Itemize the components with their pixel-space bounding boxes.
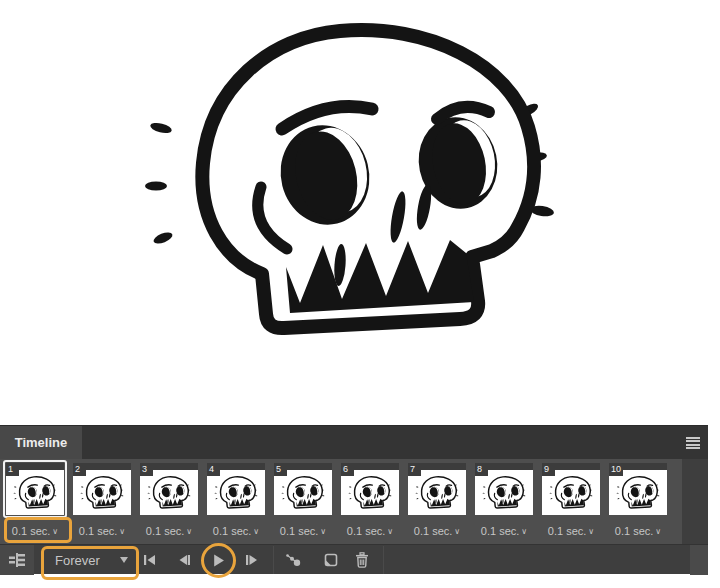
frame-number: 2: [73, 463, 86, 476]
frame-duration-selector[interactable]: 0.1 sec. ∨: [3, 518, 67, 544]
chevron-down-icon: ∨: [655, 527, 661, 536]
chevron-down-icon: ∨: [320, 527, 326, 536]
chevron-down-icon: ∨: [454, 527, 460, 536]
frame-duration-label: 0.1 sec.: [347, 525, 386, 537]
skull-thumbnail-icon: [348, 475, 392, 510]
frame-duration-label: 0.1 sec.: [615, 525, 654, 537]
frame-duration-selector[interactable]: 0.1 sec. ∨: [338, 518, 402, 544]
timeline-panel: Timeline 1 0.1 sec. ∨ 2 0.1: [0, 425, 708, 573]
frame-thumbnail[interactable]: 2: [70, 460, 134, 518]
frame-thumbnail[interactable]: 10: [606, 460, 670, 518]
duplicate-frame-icon[interactable]: [315, 545, 345, 575]
frame-number: 7: [408, 463, 421, 476]
frame-number: 6: [341, 463, 354, 476]
chevron-down-icon: ∨: [588, 527, 594, 536]
frame-thumbnail[interactable]: 4: [204, 460, 268, 518]
frame-thumbnail[interactable]: 5: [271, 460, 335, 518]
play-button[interactable]: [203, 545, 233, 575]
chevron-down-icon: ∨: [52, 527, 58, 536]
first-frame-button[interactable]: [135, 545, 165, 575]
frame-duration-label: 0.1 sec.: [213, 525, 252, 537]
previous-frame-button[interactable]: [169, 545, 199, 575]
skull-thumbnail-icon: [13, 475, 57, 510]
loop-value: Forever: [55, 553, 100, 568]
frame-thumbnail[interactable]: 7: [405, 460, 469, 518]
panel-menu-icon[interactable]: [686, 437, 700, 449]
tab-timeline[interactable]: Timeline: [0, 426, 82, 459]
frame-number: 4: [207, 463, 220, 476]
frames-strip-empty-area: [682, 459, 708, 544]
frame-duration-selector[interactable]: 0.1 sec. ∨: [405, 518, 469, 544]
frame-duration-label: 0.1 sec.: [280, 525, 319, 537]
chevron-down-icon: ∨: [387, 527, 393, 536]
toolbar-corner-block: [690, 545, 708, 575]
skull-artwork: [140, 15, 560, 345]
frame-number: 5: [274, 463, 287, 476]
toolbar-separator: [383, 546, 384, 574]
frame-thumbnail[interactable]: 3: [137, 460, 201, 518]
frame-duration-selector[interactable]: 0.1 sec. ∨: [271, 518, 335, 544]
frame-8[interactable]: 8 0.1 sec. ∨: [472, 459, 536, 544]
frame-number: 10: [609, 463, 623, 476]
chevron-down-icon: ∨: [186, 527, 192, 536]
frame-duration-selector[interactable]: 0.1 sec. ∨: [539, 518, 603, 544]
convert-to-video-timeline-icon[interactable]: [0, 545, 34, 575]
frame-6[interactable]: 6 0.1 sec. ∨: [338, 459, 402, 544]
frame-number: 1: [6, 463, 19, 476]
chevron-down-icon: ∨: [253, 527, 259, 536]
document-canvas: [0, 0, 720, 425]
frame-duration-label: 0.1 sec.: [79, 525, 118, 537]
panel-title: Timeline: [15, 435, 68, 450]
frame-number: 3: [140, 463, 153, 476]
frame-thumbnail[interactable]: 8: [472, 460, 536, 518]
frame-9[interactable]: 9 0.1 sec. ∨: [539, 459, 603, 544]
frame-5[interactable]: 5 0.1 sec. ∨: [271, 459, 335, 544]
frame-10[interactable]: 10 0.1 sec. ∨: [606, 459, 670, 544]
frame-duration-label: 0.1 sec.: [548, 525, 587, 537]
frame-duration-selector[interactable]: 0.1 sec. ∨: [137, 518, 201, 544]
chevron-down-icon: ∨: [521, 527, 527, 536]
frame-thumbnail[interactable]: 1: [3, 460, 67, 518]
frame-1[interactable]: 1 0.1 sec. ∨: [3, 459, 67, 544]
skull-thumbnail-icon: [616, 475, 660, 510]
toolbar-separator: [273, 546, 274, 574]
frame-duration-label: 0.1 sec.: [12, 525, 51, 537]
frame-number: 8: [475, 463, 488, 476]
triangle-down-icon: [120, 557, 128, 563]
skull-thumbnail-icon: [281, 475, 325, 510]
skull-thumbnail-icon: [147, 475, 191, 510]
skull-thumbnail-icon: [415, 475, 459, 510]
next-frame-button[interactable]: [237, 545, 267, 575]
timeline-toolbar: Forever: [0, 544, 708, 574]
frame-thumbnail[interactable]: 9: [539, 460, 603, 518]
frame-duration-selector[interactable]: 0.1 sec. ∨: [472, 518, 536, 544]
frame-duration-label: 0.1 sec.: [481, 525, 520, 537]
skull-thumbnail-icon: [549, 475, 593, 510]
frame-4[interactable]: 4 0.1 sec. ∨: [204, 459, 268, 544]
frame-thumbnail[interactable]: 6: [338, 460, 402, 518]
frame-3[interactable]: 3 0.1 sec. ∨: [137, 459, 201, 544]
skull-thumbnail-icon: [80, 475, 124, 510]
panel-header: Timeline: [0, 426, 708, 459]
frame-7[interactable]: 7 0.1 sec. ∨: [405, 459, 469, 544]
frame-duration-label: 0.1 sec.: [414, 525, 453, 537]
skull-thumbnail-icon: [482, 475, 526, 510]
frame-duration-label: 0.1 sec.: [146, 525, 185, 537]
frame-duration-selector[interactable]: 0.1 sec. ∨: [204, 518, 268, 544]
skull-thumbnail-icon: [214, 475, 258, 510]
frame-number: 9: [542, 463, 555, 476]
frame-list: 1 0.1 sec. ∨ 2 0.1 sec. ∨ 3: [3, 459, 670, 544]
delete-frame-icon[interactable]: [347, 545, 377, 575]
tween-frames-icon[interactable]: [278, 545, 308, 575]
frame-duration-selector[interactable]: 0.1 sec. ∨: [70, 518, 134, 544]
frame-duration-selector[interactable]: 0.1 sec. ∨: [606, 518, 670, 544]
loop-selector[interactable]: Forever: [42, 545, 138, 575]
chevron-down-icon: ∨: [119, 527, 125, 536]
frame-2[interactable]: 2 0.1 sec. ∨: [70, 459, 134, 544]
